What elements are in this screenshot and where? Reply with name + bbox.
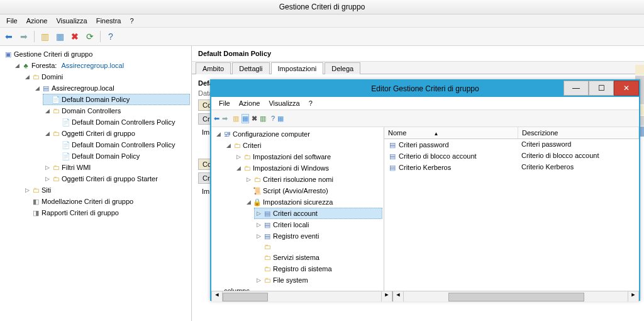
expander-icon[interactable]: ◢ [34, 83, 40, 93]
scroll-right-icon[interactable]: ► [381, 291, 392, 301]
editor-menu-azione[interactable]: Azione [235, 98, 264, 108]
expander-icon[interactable]: ▷ [255, 220, 262, 230]
expander-icon[interactable]: ◢ [225, 140, 231, 150]
tree-criteri[interactable]: ◢ 🗀 Criteri [224, 140, 382, 151]
menu-help[interactable]: ? [126, 16, 137, 26]
expander-icon[interactable]: ◢ [215, 129, 221, 139]
tree-ddcp[interactable]: 📄 Default Domain Controllers Policy [53, 116, 190, 128]
tab-delega[interactable]: Delega [325, 62, 360, 74]
expander-icon[interactable]: ◢ [44, 128, 50, 138]
export-icon[interactable]: ▥ [260, 115, 266, 123]
tab-impostazioni[interactable]: Impostazioni [271, 62, 324, 74]
scroll-right-icon[interactable]: ► [628, 291, 639, 301]
tree-root-label: Gestione Criteri di gruppo [14, 49, 92, 59]
tree-criteri-locali[interactable]: ▷ ▤ Criteri locali [254, 219, 382, 230]
new-icon[interactable]: ▥ [233, 115, 239, 123]
menu-finestra[interactable]: Finestra [92, 16, 125, 26]
tree-imp-windows[interactable]: ◢ 🗀 Impostazioni di Windows [234, 162, 382, 174]
editor-menu-help[interactable]: ? [305, 98, 316, 108]
menu-azione[interactable]: Azione [23, 16, 52, 26]
tree-starter[interactable]: ▷ 🗀 Oggetti Criteri di gruppo Starter [43, 173, 190, 184]
delete-icon[interactable]: ✖ [252, 115, 257, 123]
editor-menu-visualizza[interactable]: Visualizza [265, 98, 303, 108]
new-icon[interactable]: ▥ [38, 30, 51, 43]
tree-foresta[interactable]: ◢ ♣ Foresta: Assirecregroup.local [13, 60, 190, 71]
tree-regsys[interactable]: 🗀 Registro di sistema [254, 263, 382, 274]
delete-icon[interactable]: ✖ [69, 30, 81, 43]
expander-icon[interactable]: ◢ [14, 60, 20, 70]
expander-icon[interactable]: ◢ [235, 163, 242, 173]
editor-menu-file[interactable]: File [215, 98, 234, 108]
tree-sicurezza[interactable]: ◢ 🔒 Impostazioni sicurezza [244, 196, 382, 208]
scroll-left-icon[interactable]: ◄ [392, 291, 404, 301]
nomi-label: Criteri risoluzione nomi [263, 174, 333, 184]
column-descrizione[interactable]: Descrizione [518, 127, 639, 138]
back-icon[interactable]: ⬅ [214, 115, 219, 123]
computer-icon: 🖳 [223, 130, 231, 138]
tree-filesystem[interactable]: ▷ 🗀 File system [254, 274, 382, 286]
tree-nomi[interactable]: ▷ 🗀 Criteri risoluzione nomi [244, 174, 382, 185]
close-button[interactable]: ✕ [614, 81, 639, 96]
expander-icon[interactable]: ▷ [255, 208, 262, 218]
editor-list[interactable]: Nome ▲ Descrizione ▤ Criteri password Cr… [384, 127, 639, 291]
scroll-thumb[interactable] [448, 293, 584, 301]
editor-tree[interactable]: ◢ 🖳 Configurazione computer ◢ 🗀 Criteri [211, 127, 384, 291]
menu-visualizza[interactable]: Visualizza [52, 16, 91, 26]
back-icon[interactable]: ⬅ [3, 30, 15, 43]
view-icon[interactable]: ▦ [53, 30, 66, 43]
properties-icon[interactable]: ▦ [277, 115, 284, 123]
scroll-left-icon[interactable]: ◄ [211, 291, 223, 301]
forward-icon[interactable]: ➡ [18, 30, 30, 43]
expander-icon[interactable]: ▷ [24, 185, 30, 195]
tree-eventi[interactable]: ▷ ▤ Registro eventi [254, 230, 382, 242]
tree-domain-controllers[interactable]: ◢ 🗀 Domain Controllers [43, 105, 190, 116]
view-icon[interactable]: ▦ [242, 114, 249, 123]
editor-hscroll[interactable]: ◄ ► ◄ ► [211, 291, 639, 301]
expander-icon[interactable]: ◢ [24, 72, 30, 82]
tree-imp-software[interactable]: ▷ 🗀 Impostazioni del software [234, 151, 382, 162]
tab-ambito[interactable]: Ambito [196, 62, 231, 74]
editor-window[interactable]: Editor Gestione Criteri di gruppo — ☐ ✕ … [210, 79, 640, 301]
separator [100, 31, 101, 42]
expander-icon[interactable]: ▷ [44, 162, 50, 172]
expander-icon[interactable]: ▷ [255, 275, 262, 285]
scroll-thumb[interactable] [223, 293, 268, 301]
maximize-button[interactable]: ☐ [589, 81, 614, 96]
forward-icon[interactable]: ➡ [222, 115, 228, 123]
tree-domain[interactable]: ◢ ▤ Assirecregroup.local [33, 82, 190, 94]
expander-icon[interactable]: ▷ [245, 174, 252, 184]
minimize-button[interactable]: — [564, 81, 589, 96]
tree-gruppi[interactable]: 🗀 [254, 242, 382, 252]
help-icon[interactable]: ? [271, 115, 275, 122]
list-item[interactable]: ▤ Criteri password Criteri password [384, 139, 639, 150]
tree-domini[interactable]: ◢ 🗀 Domini [23, 71, 190, 82]
tree-oggetti-criteri[interactable]: ◢ 🗀 Oggetti Criteri di gruppo [43, 128, 190, 139]
tree-modellazione[interactable]: ◧ Modellazione Criteri di gruppo [23, 196, 190, 207]
expander-icon[interactable]: ▷ [255, 231, 262, 241]
list-header[interactable]: Nome ▲ Descrizione [384, 127, 639, 139]
tree-filtri-wmi[interactable]: ▷ 🗀 Filtri WMI [43, 162, 190, 173]
tab-dettagli[interactable]: Dettagli [232, 62, 269, 74]
tree-script[interactable]: 📜 Script (Avvio/Arresto) [244, 185, 382, 196]
tree-servizi[interactable]: 🗀 Servizi sistema [254, 252, 382, 263]
console-tree[interactable]: ▣ Gestione Criteri di gruppo ◢ ♣ Foresta… [0, 46, 192, 321]
expander-icon[interactable]: ◢ [44, 106, 50, 116]
expander-icon[interactable]: ▷ [235, 152, 242, 162]
expander-icon[interactable]: ▷ [44, 174, 50, 184]
menu-file[interactable]: File [3, 16, 21, 26]
expander-icon[interactable]: ◢ [245, 197, 252, 207]
tree-ddcp-2[interactable]: 📄 Default Domain Controllers Policy [53, 139, 190, 150]
tree-config-computer[interactable]: ◢ 🖳 Configurazione computer [214, 128, 382, 140]
help-icon[interactable]: ? [104, 30, 117, 43]
refresh-icon[interactable]: ⟳ [84, 30, 96, 43]
editor-titlebar[interactable]: Editor Gestione Criteri di gruppo — ☐ ✕ [211, 81, 639, 97]
tree-default-domain-policy[interactable]: 📄 Default Domain Policy [43, 94, 190, 105]
list-item[interactable]: ▤ Criterio di blocco account Criterio di… [384, 150, 639, 162]
tree-rapporti[interactable]: ◨ Rapporti Criteri di gruppo [23, 207, 190, 218]
tree-root[interactable]: ▣ Gestione Criteri di gruppo [3, 48, 190, 60]
tree-siti[interactable]: ▷ 🗀 Siti [23, 184, 190, 196]
tree-criteri-account[interactable]: ▷ ▤ Criteri account [254, 208, 382, 219]
list-item[interactable]: ▤ Criterio Kerberos Criterio Kerberos [384, 162, 639, 173]
tree-ddp-2[interactable]: 📄 Default Domain Policy [53, 150, 190, 162]
column-nome[interactable]: Nome ▲ [384, 127, 518, 138]
